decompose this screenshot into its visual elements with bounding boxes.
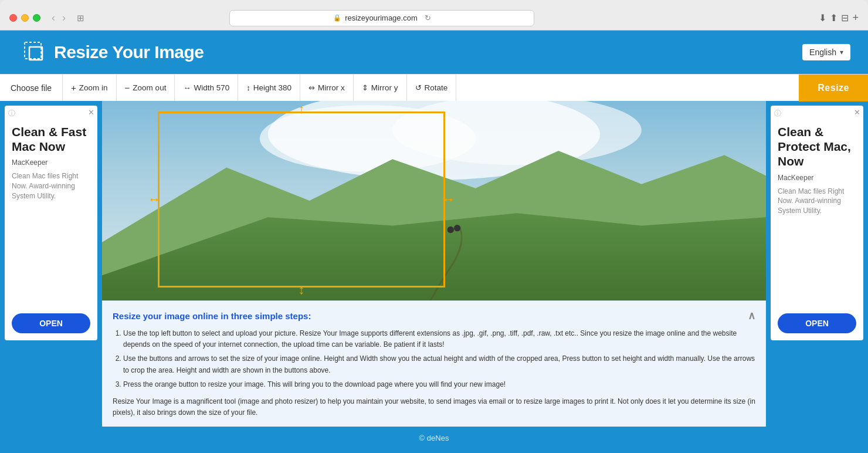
site-wrapper: Resize Your Image English ▾ Choose file … (0, 31, 868, 453)
zoom-in-label: Zoom in (79, 83, 108, 92)
zoom-out-button[interactable]: − Zoom out (117, 75, 175, 101)
browser-chrome: ‹ › ⊞ 🔒 resizeyourimage.com ↻ ⬇ ⬆ ⊟ + (0, 0, 868, 31)
ad-info-icon-right: ⓘ (774, 109, 781, 119)
rotate-icon: ↺ (415, 83, 422, 92)
reload-icon[interactable]: ↻ (425, 13, 431, 22)
tab-toggle[interactable]: ⊞ (77, 13, 84, 23)
mirror-x-icon: ⇔ (308, 83, 315, 92)
ad-title-right: Clean & Protect Mac, Now (778, 124, 856, 169)
ad-desc-right: Clean Mac files Right Now. Award-winning… (778, 187, 856, 304)
mirror-y-button[interactable]: ⇕ Mirror y (354, 75, 407, 101)
main-content: ⓘ ✕ Clean & Fast Mac Now MacKeeper Clean… (0, 101, 868, 427)
rotate-label: Rotate (425, 83, 448, 92)
ad-panel-right: ⓘ ✕ Clean & Protect Mac, Now MacKeeper C… (771, 106, 863, 340)
choose-file-button[interactable]: Choose file (0, 75, 63, 101)
svg-point-9 (454, 225, 460, 231)
canvas-area: ↕ ↕ ↔ ↔ (102, 101, 766, 300)
logo-area: Resize Your Image (23, 41, 204, 63)
height-button[interactable]: ↕ Height 380 (238, 75, 300, 101)
info-title: Resize your image online in three simple… (113, 309, 755, 322)
info-steps-list: Use the top left button to select and up… (113, 328, 755, 390)
logo-icon (23, 41, 46, 63)
zoom-in-button[interactable]: + Zoom in (63, 75, 117, 101)
height-label: Height 380 (253, 83, 291, 92)
ad-panel-left: ⓘ ✕ Clean & Fast Mac Now MacKeeper Clean… (5, 106, 97, 340)
ad-brand-right: MacKeeper (778, 174, 856, 182)
tl-yellow[interactable] (21, 14, 29, 22)
site-header: Resize Your Image English ▾ (0, 31, 868, 74)
logo-text: Resize Your Image (54, 42, 204, 62)
mirror-x-button[interactable]: ⇔ Mirror x (300, 75, 354, 101)
resize-button[interactable]: Resize (799, 75, 868, 102)
svg-point-8 (447, 226, 454, 233)
ad-brand-left: MacKeeper (12, 158, 90, 167)
ad-open-left[interactable]: OPEN (12, 313, 90, 333)
url-text: resizeyourimage.com (345, 13, 418, 22)
ad-close-left[interactable]: ✕ (88, 108, 94, 117)
width-icon: ↔ (183, 83, 191, 92)
back-button[interactable]: ‹ (49, 12, 58, 24)
lang-arrow: ▾ (840, 48, 843, 56)
info-title-text: Resize your image online in three simple… (113, 311, 311, 321)
width-label: Width 570 (194, 83, 229, 92)
tl-green[interactable] (33, 14, 40, 22)
zoom-out-label: Zoom out (133, 83, 166, 92)
zoom-out-icon: − (125, 83, 130, 93)
info-section: Resize your image online in three simple… (102, 300, 766, 427)
lang-label: English (809, 48, 836, 57)
tl-red[interactable] (9, 14, 17, 22)
svg-rect-1 (29, 47, 42, 60)
ad-desc-left: Clean Mac files Right Now. Award-winning… (12, 171, 90, 304)
download-button[interactable]: ⬇ (819, 12, 826, 23)
forward-button[interactable]: › (59, 12, 69, 24)
content-center: ↕ ↕ ↔ ↔ Resize your image online (102, 101, 766, 427)
zoom-in-icon: + (71, 83, 76, 93)
nav-buttons: ‹ › (49, 12, 69, 24)
info-step-3: Press the orange button to resize your i… (123, 379, 755, 390)
info-step-2: Use the buttons and arrows to set the si… (123, 353, 755, 376)
site-footer: © deNes (0, 427, 868, 449)
traffic-lights (9, 14, 40, 22)
mirror-y-icon: ⇕ (362, 83, 368, 92)
browser-actions: ⬇ ⬆ ⊟ + (819, 12, 859, 24)
ad-title-left: Clean & Fast Mac Now (12, 124, 90, 154)
share-button[interactable]: ⬆ (830, 12, 838, 23)
footer-copyright: © deNes (419, 434, 449, 442)
lock-icon: 🔒 (333, 14, 341, 22)
info-step-1: Use the top left button to select and up… (123, 328, 755, 350)
mirror-y-label: Mirror y (371, 83, 398, 92)
ad-info-icon-left: ⓘ (8, 109, 15, 119)
toolbar: Choose file + Zoom in − Zoom out ↔ Width… (0, 74, 868, 101)
sidebar-button[interactable]: ⊟ (841, 12, 849, 23)
mirror-x-label: Mirror x (318, 83, 345, 92)
svg-rect-0 (25, 42, 41, 59)
ad-close-right[interactable]: ✕ (854, 108, 860, 117)
height-icon: ↕ (246, 83, 250, 92)
info-description: Resize Your Image is a magnificent tool … (113, 396, 755, 418)
mountain-image (102, 101, 766, 300)
rotate-button[interactable]: ↺ Rotate (407, 75, 457, 101)
language-selector[interactable]: English ▾ (802, 44, 850, 60)
ad-open-right[interactable]: OPEN (778, 313, 856, 333)
width-button[interactable]: ↔ Width 570 (175, 75, 238, 101)
new-tab-button[interactable]: + (852, 12, 859, 24)
info-collapse-icon[interactable]: ∧ (748, 309, 755, 322)
address-bar[interactable]: 🔒 resizeyourimage.com ↻ (229, 10, 534, 26)
